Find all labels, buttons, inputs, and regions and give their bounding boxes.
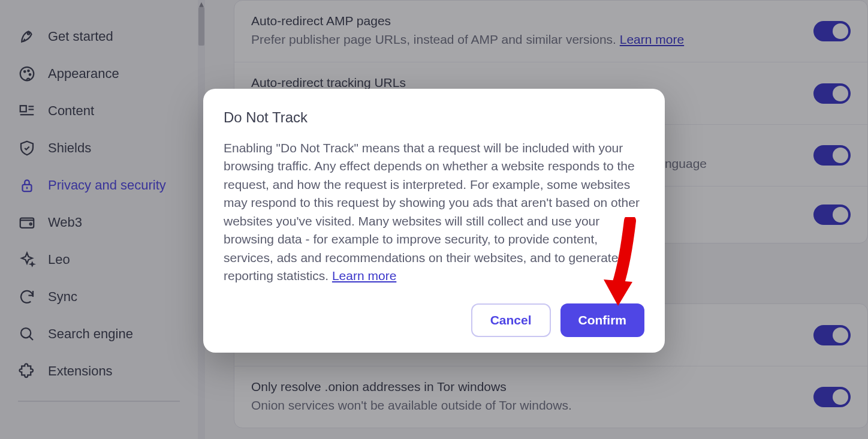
learn-more-link[interactable]: Learn more [332, 269, 396, 282]
modal-overlay: Do Not Track Enabling "Do Not Track" mea… [0, 0, 868, 439]
confirm-button[interactable]: Confirm [560, 303, 645, 337]
cancel-button[interactable]: Cancel [471, 303, 551, 337]
dialog-body: Enabling "Do Not Track" means that a req… [224, 139, 644, 285]
do-not-track-dialog: Do Not Track Enabling "Do Not Track" mea… [203, 89, 665, 353]
dialog-title: Do Not Track [224, 109, 644, 126]
dialog-actions: Cancel Confirm [224, 303, 644, 337]
